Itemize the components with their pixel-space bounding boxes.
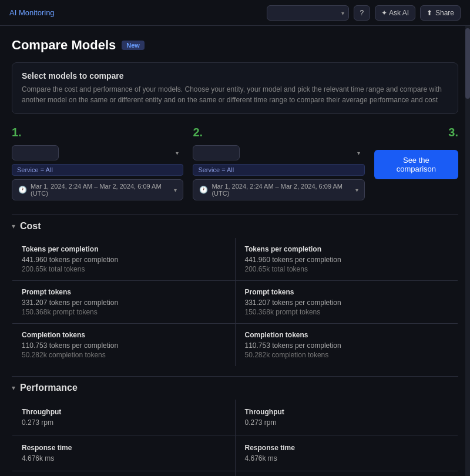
description-box: Select models to compare Compare the cos… [12,62,458,114]
cost-section-header: ▾ Cost [12,214,458,237]
metric-label: Prompt tokens [245,288,449,296]
cost-cell-left: Completion tokens 110.753 tokens per com… [12,324,236,367]
table-row: Throughput 0.273 rpm Throughput 0.273 rp… [12,400,458,435]
performance-table: Throughput 0.273 rpm Throughput 0.273 rp… [12,399,458,476]
cost-section-title: Cost [20,221,41,232]
perf-cell-left: Throughput 0.273 rpm [12,400,236,435]
perf-label: Response time [245,444,449,452]
step2-label: 2. [193,126,364,139]
perf-cell-right: Response time 4.676k ms [235,435,458,471]
clock2-icon: 🕐 [199,186,208,194]
model2-time-range[interactable]: 🕐 Mar 1, 2024, 2:24 AM – Mar 2, 2024, 6:… [193,179,364,200]
perf-label: Response time [22,444,226,452]
top-nav: AI Monitoring ? ✦ Ask AI ⬆ Share [0,0,470,26]
scrollbar-track[interactable] [465,26,470,476]
model-selectors-row: 1. Service = All 🕐 Mar 1, 2024, 2:24 AM … [12,126,458,200]
step3-label: 3. [448,126,458,139]
help-icon: ? [360,9,364,17]
metric-total: 200.65k total tokens [22,265,226,273]
cost-cell-right: Tokens per completion 441.960 tokens per… [235,238,458,281]
step1-label: 1. [12,126,183,139]
metric-value: 331.207 tokens per completion [245,299,449,307]
metric-label: Completion tokens [22,331,226,339]
new-badge: New [122,41,145,50]
model1-time-text: Mar 1, 2024, 2:24 AM – Mar 2, 2024, 6:09… [31,183,170,197]
nav-right: ? ✦ Ask AI ⬆ Share [267,5,461,21]
table-row: Tokens per completion 441.960 tokens per… [12,238,458,281]
perf-value: 4.676k ms [245,454,449,462]
metric-value: 110.753 tokens per completion [22,341,226,350]
metric-total: 200.65k total tokens [245,265,449,273]
metric-total: 50.282k completion tokens [245,351,449,359]
perf-cell-left: Response time 4.676k ms [12,435,236,471]
table-row: Prompt tokens 331.207 tokens per complet… [12,281,458,324]
perf-section-title: Performance [20,383,78,393]
description-title: Select models to compare [22,71,448,81]
metric-label: Tokens per completion [245,245,449,253]
model1-time-range[interactable]: 🕐 Mar 1, 2024, 2:24 AM – Mar 2, 2024, 6:… [12,179,183,200]
metric-total: 150.368k prompt tokens [245,308,449,316]
model1-select[interactable] [12,145,59,160]
model1-select-wrap[interactable] [12,145,183,160]
clock1-icon: 🕐 [18,186,27,194]
perf-cell-right: Error rate 0 [235,471,458,477]
metric-label: Completion tokens [245,331,449,339]
perf-value: 0.273 rpm [22,418,226,427]
perf-value: 4.676k ms [22,454,226,462]
metric-total: 50.282k completion tokens [22,351,226,359]
page-title: Compare Models [12,38,116,53]
time1-chevron-icon: ▾ [174,187,177,193]
model2-time-text: Mar 1, 2024, 2:24 AM – Mar 2, 2024, 6:09… [212,183,351,197]
nav-brand[interactable]: AI Monitoring [9,8,55,17]
metric-value: 331.207 tokens per completion [22,299,226,307]
model2-select[interactable] [193,145,240,160]
perf-value: 0.273 rpm [245,418,449,427]
metric-value: 441.960 tokens per completion [245,256,449,264]
cost-cell-right: Prompt tokens 331.207 tokens per complet… [235,281,458,324]
metric-value: 110.753 tokens per completion [245,341,449,350]
nav-dropdown[interactable] [267,5,349,21]
perf-cell-right: Throughput 0.273 rpm [235,400,458,435]
perf-label: Throughput [245,408,449,416]
see-comparison-button[interactable]: See the comparison [374,150,458,179]
metric-value: 441.960 tokens per completion [22,256,226,264]
metric-label: Tokens per completion [22,245,226,253]
perf-cell-left: Error rate 0 [12,471,236,477]
perf-collapse-icon[interactable]: ▾ [12,384,15,392]
table-row: Response time 4.676k ms Response time 4.… [12,435,458,471]
model1-service-tag[interactable]: Service = All [12,164,183,176]
metric-total: 150.368k prompt tokens [22,308,226,316]
scrollbar-thumb[interactable] [465,28,470,99]
cost-cell-left: Prompt tokens 331.207 tokens per complet… [12,281,236,324]
ask-ai-button[interactable]: ✦ Ask AI [375,5,415,21]
share-icon: ⬆ [427,9,432,17]
metric-label: Prompt tokens [22,288,226,296]
page-title-row: Compare Models New [12,38,458,53]
cost-collapse-icon[interactable]: ▾ [12,222,15,230]
cost-cell-left: Tokens per completion 441.960 tokens per… [12,238,236,281]
main-content: Compare Models New Select models to comp… [0,26,470,476]
share-button[interactable]: ⬆ Share [420,5,461,21]
step3-group: 3. See the comparison [374,126,458,179]
model2-select-wrap[interactable] [193,145,364,160]
description-text: Compare the cost and performance of your… [22,84,448,105]
help-button[interactable]: ? [354,5,371,21]
perf-section-header: ▾ Performance [12,376,458,399]
time2-chevron-icon: ▾ [355,187,358,193]
nav-dropdown-wrap[interactable] [267,5,349,21]
cost-cell-right: Completion tokens 110.753 tokens per com… [235,324,458,367]
cost-table: Tokens per completion 441.960 tokens per… [12,237,458,367]
step1-group: 1. Service = All 🕐 Mar 1, 2024, 2:24 AM … [12,126,183,200]
table-row: Error rate 0 Error rate 0 [12,471,458,477]
step2-group: 2. Service = All 🕐 Mar 1, 2024, 2:24 AM … [193,126,364,200]
table-row: Completion tokens 110.753 tokens per com… [12,324,458,367]
model2-service-tag[interactable]: Service = All [193,164,364,176]
perf-label: Throughput [22,408,226,416]
